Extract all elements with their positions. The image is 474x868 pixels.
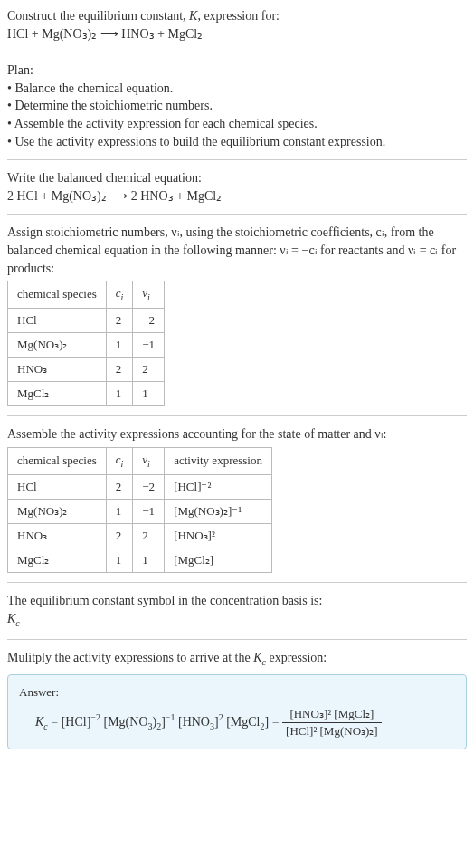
symbol-section: The equilibrium constant symbol in the c… <box>7 592 467 629</box>
cell-ci: 1 <box>106 499 133 523</box>
prompt-line1: Construct the equilibrium constant, K, e… <box>7 7 467 25</box>
cell-ci: 2 <box>106 308 133 332</box>
cell-ci: 2 <box>106 524 133 548</box>
cell-nui: −1 <box>133 332 165 357</box>
activity-section: Assemble the activity expressions accoun… <box>7 425 467 573</box>
cell-nui: 1 <box>133 548 165 573</box>
stoich-table: chemical species ci νi HCl 2 −2 Mg(NO₃)₂… <box>7 281 165 406</box>
cell-ci: 2 <box>106 358 133 382</box>
divider <box>7 159 467 160</box>
cell-species: MgCl₂ <box>8 548 107 573</box>
plan-item: • Assemble the activity expression for e… <box>7 115 467 133</box>
multiply-section: Mulitply the activity expressions to arr… <box>7 649 467 669</box>
cell-ci: 1 <box>106 332 133 357</box>
fraction-numerator: [HNO₃]² [MgCl₂] <box>282 706 382 723</box>
plan-item: • Balance the chemical equation. <box>7 80 467 98</box>
cell-nui: 1 <box>133 382 165 406</box>
multiply-title: Mulitply the activity expressions to arr… <box>7 651 327 664</box>
cell-species: HNO₃ <box>8 524 107 548</box>
cell-species: Mg(NO₃)₂ <box>8 332 107 357</box>
cell-activity: [HNO₃]² <box>165 524 272 548</box>
plan-title: Plan: <box>7 62 467 80</box>
cell-activity: [Mg(NO₃)₂]⁻¹ <box>165 499 272 523</box>
answer-label: Answer: <box>19 684 455 701</box>
assign-section: Assign stoichiometric numbers, νᵢ, using… <box>7 224 467 406</box>
cell-ci: 1 <box>106 382 133 406</box>
cell-nui: −2 <box>133 474 165 499</box>
answer-fraction: [HNO₃]² [MgCl₂] [HCl]² [Mg(NO₃)₂] <box>282 706 382 739</box>
balanced-equation: 2 HCl + Mg(NO₃)₂ ⟶ 2 HNO₃ + MgCl₂ <box>7 187 467 205</box>
plan-section: Plan: • Balance the chemical equation. •… <box>7 62 467 150</box>
table-header-row: chemical species ci νi activity expressi… <box>8 448 272 475</box>
cell-nui: −2 <box>133 308 165 332</box>
cell-activity: [MgCl₂] <box>165 548 272 573</box>
col-activity: activity expression <box>165 448 272 475</box>
table-row: MgCl₂ 1 1 [MgCl₂] <box>8 548 272 573</box>
table-row: HCl 2 −2 <box>8 308 165 332</box>
cell-nui: −1 <box>133 499 165 523</box>
table-row: Mg(NO₃)₂ 1 −1 <box>8 332 165 357</box>
col-species: chemical species <box>8 281 107 309</box>
unbalanced-equation: HCl + Mg(NO₃)₂ ⟶ HNO₃ + MgCl₂ <box>7 25 467 43</box>
divider <box>7 415 467 416</box>
col-ci: ci <box>106 281 133 309</box>
col-nui: νi <box>133 448 165 475</box>
cell-activity: [HCl]⁻² <box>165 474 272 499</box>
prompt-header: Construct the equilibrium constant, K, e… <box>7 7 467 43</box>
plan-item: • Determine the stoichiometric numbers. <box>7 97 467 115</box>
answer-expression: Kc = [HCl]−2 [Mg(NO3)2]−1 [HNO3]2 [MgCl2… <box>35 706 455 739</box>
cell-species: Mg(NO₃)₂ <box>8 499 107 523</box>
table-row: HNO₃ 2 2 <box>8 358 165 382</box>
activity-title: Assemble the activity expressions accoun… <box>7 425 467 444</box>
cell-species: HNO₃ <box>8 358 107 382</box>
table-header-row: chemical species ci νi <box>8 281 165 309</box>
divider <box>7 639 467 640</box>
cell-species: HCl <box>8 308 107 332</box>
table-row: Mg(NO₃)₂ 1 −1 [Mg(NO₃)₂]⁻¹ <box>8 499 272 523</box>
divider <box>7 582 467 583</box>
col-ci: ci <box>106 448 133 475</box>
col-nui: νi <box>133 281 165 309</box>
table-row: MgCl₂ 1 1 <box>8 382 165 406</box>
symbol-line1: The equilibrium constant symbol in the c… <box>7 592 467 610</box>
divider <box>7 214 467 215</box>
symbol-kc: Kc <box>7 610 467 630</box>
col-species: chemical species <box>8 448 107 475</box>
table-row: HCl 2 −2 [HCl]⁻² <box>8 474 272 499</box>
fraction-denominator: [HCl]² [Mg(NO₃)₂] <box>282 723 382 739</box>
table-row: HNO₃ 2 2 [HNO₃]² <box>8 524 272 548</box>
cell-species: HCl <box>8 474 107 499</box>
balanced-title: Write the balanced chemical equation: <box>7 169 467 187</box>
assign-text: Assign stoichiometric numbers, νᵢ, using… <box>7 224 467 277</box>
cell-nui: 2 <box>133 524 165 548</box>
divider <box>7 52 467 52</box>
cell-ci: 1 <box>106 548 133 573</box>
cell-ci: 2 <box>106 474 133 499</box>
cell-nui: 2 <box>133 358 165 382</box>
plan-item: • Use the activity expressions to build … <box>7 133 467 151</box>
answer-box: Answer: Kc = [HCl]−2 [Mg(NO3)2]−1 [HNO3]… <box>7 674 467 750</box>
cell-species: MgCl₂ <box>8 382 107 406</box>
activity-table: chemical species ci νi activity expressi… <box>7 447 272 573</box>
balanced-section: Write the balanced chemical equation: 2 … <box>7 169 467 205</box>
